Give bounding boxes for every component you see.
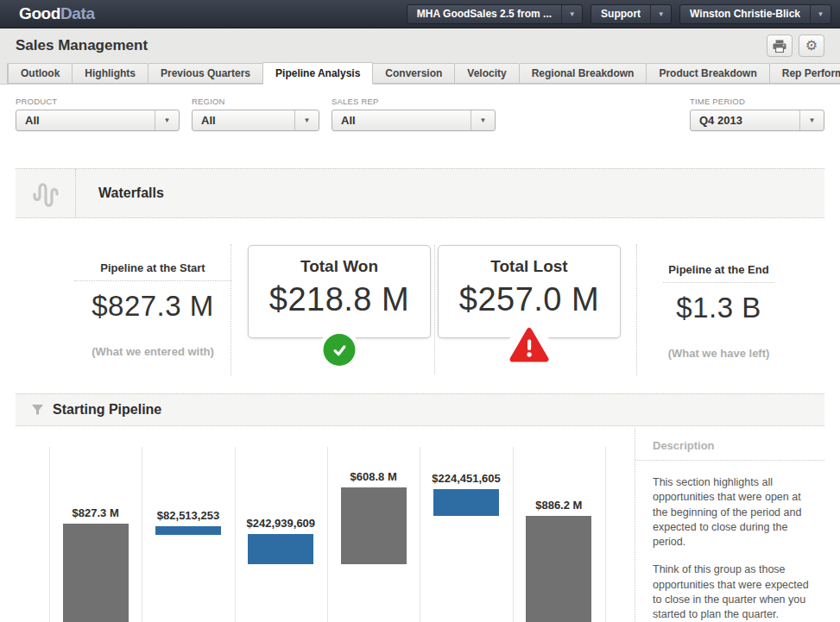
kpi-cards: Total Won $218.8 M Total Lost $257.0 M [231,218,637,393]
warning-triangle-icon [509,327,549,363]
kpi-card-total-won: Total Won $218.8 M [248,245,431,338]
total-won-title: Total Won [249,257,430,276]
support-dropdown[interactable]: Support ▼ [591,4,672,24]
filter-value-product: All [16,110,155,130]
waterfall-bar-4[interactable] [341,487,407,564]
tab-rep-performance[interactable]: Rep Performance [769,63,840,84]
waterfall-bar-3[interactable] [248,534,313,564]
kpi-row: Pipeline at the Start $827.3 M (What we … [0,218,840,393]
filter-value-sales-rep: All [332,110,471,130]
app-header: GoodData MHA GoodSales 2.5 from ... ▼ Su… [0,0,840,28]
page-title: Sales Management [16,37,148,54]
tab-pipeline-analysis[interactable]: Pipeline Analysis [262,62,373,85]
filter-dropdown-product[interactable]: All▼ [16,110,180,131]
filter-dropdown-time-period[interactable]: Q4 2013▼ [690,110,824,131]
description-paragraph-1: This section highlights all opportunitie… [653,475,814,550]
tab-conversion[interactable]: Conversion [372,63,455,84]
waterfalls-section-title: Waterfalls [76,185,164,201]
dashboard-title-bar: Sales Management ⚙ [0,28,840,63]
kpi-start-caption: (What we entered with) [74,345,231,358]
project-selector-dropdown[interactable]: MHA GoodSales 2.5 from ... ▼ [407,4,583,24]
success-badge [324,334,356,366]
logo-part1: Good [19,4,60,22]
filter-product: PRODUCTAll▼ [16,97,180,131]
description-paragraph-2: Think of this group as those opportuniti… [653,562,814,622]
bar-value-label-5: $224,451,605 [397,472,535,485]
chevron-down-icon: ▼ [155,110,179,130]
filter-label-product: PRODUCT [16,97,180,106]
tab-regional-breakdown[interactable]: Regional Breakdown [519,63,647,84]
filter-value-time-period: Q4 2013 [691,110,799,130]
filter-dropdown-sales-rep[interactable]: All▼ [332,110,496,131]
kpi-cards-separator [434,245,435,374]
print-button[interactable] [767,35,793,57]
bar-value-label-6: $886.2 M [489,499,628,512]
filter-row: PRODUCTAll▼REGIONAll▼SALES REPAll▼TIME P… [0,85,840,131]
starting-pipeline-chart: Description This section highlights all … [16,426,824,622]
gooddata-logo: GoodData [19,4,95,23]
filter-time-period: TIME PERIODQ4 2013▼ [690,97,824,131]
chevron-down-icon: ▼ [799,110,824,130]
tab-previous-quarters[interactable]: Previous Quarters [148,63,263,84]
chevron-down-icon: ▼ [650,5,671,23]
waterfall-icon-cell [16,169,76,217]
filter-value-region: All [193,110,294,130]
kpi-end-value: $1.3 B [663,292,774,324]
description-title: Description [635,428,824,461]
waveform-icon [30,178,61,209]
starting-pipeline-section-title: Starting Pipeline [44,402,161,418]
kpi-pipeline-end: Pipeline at the End $1.3 B (What we have… [637,218,824,393]
kpi-start-label: Pipeline at the Start [74,261,231,281]
tab-bar: OutlookHighlightsPrevious QuartersPipeli… [0,63,840,85]
user-name-label: Winston Christie-Blick [680,5,810,23]
warning-badge [509,327,549,367]
chevron-down-icon: ▼ [561,5,582,23]
logo-part2: Data [60,4,95,22]
filter-dropdown-region[interactable]: All▼ [192,110,319,131]
kpi-end-label: Pipeline at the End [663,263,774,283]
project-selector-label: MHA GoodSales 2.5 from ... [407,5,561,23]
user-menu-dropdown[interactable]: Winston Christie-Blick ▼ [679,4,831,24]
description-panel: Description This section highlights all … [635,428,824,622]
waterfalls-section-header: Waterfalls [16,168,824,218]
tab-highlights[interactable]: Highlights [72,63,148,84]
total-won-value: $218.8 M [249,281,430,318]
filter-funnel-icon [31,404,44,416]
kpi-start-value: $827.3 M [74,290,231,323]
printer-icon [773,40,786,53]
tab-product-breakdown[interactable]: Product Breakdown [646,63,769,84]
chevron-down-icon: ▼ [810,5,831,23]
gear-icon: ⚙ [805,39,818,53]
bar-value-label-3: $242,939,609 [212,517,350,530]
kpi-card-total-lost: Total Lost $257.0 M [438,245,621,338]
tab-outlook[interactable]: Outlook [8,63,73,84]
checkmark-icon [329,340,350,361]
total-lost-value: $257.0 M [439,281,620,318]
chevron-down-icon: ▼ [471,110,495,130]
settings-button[interactable]: ⚙ [799,35,824,57]
filter-region: REGIONAll▼ [192,97,319,131]
filter-label-time-period: TIME PERIOD [690,97,824,106]
tab-velocity[interactable]: Velocity [454,63,519,84]
chevron-down-icon: ▼ [294,110,319,130]
filter-label-region: REGION [192,97,319,106]
funnel-icon-wrap [31,404,44,416]
starting-pipeline-section-header: Starting Pipeline [16,393,824,426]
description-body: This section highlights all opportunitie… [635,461,824,622]
kpi-pipeline-start: Pipeline at the Start $827.3 M (What we … [16,218,231,393]
waterfall-bar-6[interactable] [526,516,591,622]
kpi-end-caption: (What we have left) [663,347,774,360]
dashboard-content: PRODUCTAll▼REGIONAll▼SALES REPAll▼TIME P… [0,85,840,622]
waterfall-bar-1[interactable] [63,524,129,622]
total-lost-title: Total Lost [439,257,620,276]
support-label: Support [591,5,650,23]
filter-label-sales-rep: SALES REP [332,97,496,106]
filter-sales-rep: SALES REPAll▼ [332,97,496,131]
